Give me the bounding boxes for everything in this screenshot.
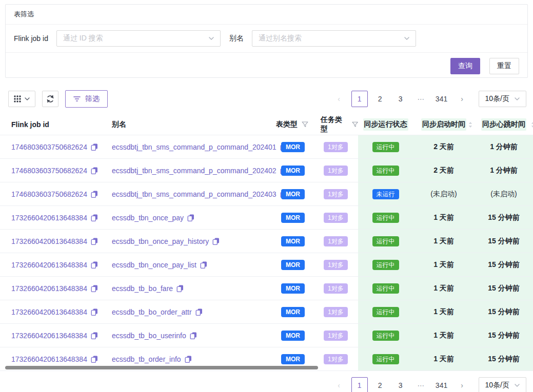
horizontal-scrollbar-thumb[interactable]	[5, 366, 318, 369]
next-page-button[interactable]: ›	[454, 377, 470, 392]
task-type-badge: 1对多	[324, 331, 348, 341]
column-header-alias: 别名	[112, 114, 276, 135]
page-ellipsis[interactable]: ⋯	[413, 377, 429, 392]
copy-icon[interactable]	[190, 332, 197, 339]
page-button-2[interactable]: 2	[372, 91, 388, 107]
job-id-link[interactable]: 1746803603750682624	[11, 143, 87, 151]
cell-table-type: MOR	[276, 230, 321, 253]
prev-page-button[interactable]: ‹	[331, 377, 347, 392]
cell-start-time: 1 天前	[413, 253, 475, 276]
column-label: 同步心跳时间	[481, 118, 526, 131]
task-type-badge: 1对多	[324, 236, 348, 246]
copy-icon[interactable]	[91, 238, 98, 245]
copy-icon[interactable]	[212, 238, 220, 245]
refresh-button[interactable]	[42, 91, 58, 107]
grid-view-button[interactable]	[8, 91, 35, 107]
alias-link[interactable]: ecssdb_tbn_once_pay_list	[112, 261, 196, 269]
copy-icon[interactable]	[91, 214, 98, 221]
prev-page-button[interactable]: ‹	[331, 91, 347, 107]
alias-select[interactable]: 通过别名搜索	[252, 30, 416, 47]
job-id-link[interactable]: 1732660420613648384	[11, 332, 87, 340]
cell-task-type: 1对多	[321, 230, 358, 253]
job-id-link[interactable]: 1732660420613648384	[11, 237, 87, 245]
cell-heartbeat-time: (未启动)	[475, 182, 533, 205]
page-button-3[interactable]: 3	[392, 91, 409, 107]
cell-status: 运行中	[358, 300, 413, 323]
copy-icon[interactable]	[185, 356, 192, 363]
page-button-1[interactable]: 1	[351, 91, 368, 107]
status-badge: 运行中	[372, 354, 399, 364]
cell-job-id: 1746803603750682624	[0, 159, 112, 182]
top-pagination: ‹123⋯341›10条/页	[331, 91, 526, 107]
filter-funnel-icon[interactable]	[302, 121, 308, 128]
status-badge: 未运行	[372, 189, 399, 199]
sort-icon[interactable]	[531, 122, 533, 128]
page-button-2[interactable]: 2	[372, 377, 388, 392]
copy-icon[interactable]	[91, 191, 98, 198]
alias-link[interactable]: ecssdbtj_tbn_sms_command_p_command_20240…	[112, 143, 277, 151]
cell-start-time: 1 天前	[413, 300, 475, 323]
table-type-badge: MOR	[281, 260, 305, 270]
alias-link[interactable]: ecssdb_tbn_once_pay	[112, 214, 184, 222]
copy-icon[interactable]	[91, 356, 98, 363]
cell-heartbeat-time: 1 分钟前	[475, 135, 533, 158]
bottom-bar: ‹123⋯341›10条/页	[0, 377, 526, 392]
sort-icon[interactable]	[468, 122, 472, 128]
page-ellipsis[interactable]: ⋯	[413, 91, 429, 107]
cell-job-id: 1732660420613648384	[0, 277, 112, 300]
alias-link[interactable]: ecssdbtj_tbn_sms_command_p_command_20240…	[112, 167, 277, 175]
filter-funnel-icon[interactable]	[352, 121, 358, 128]
status-badge: 运行中	[372, 213, 399, 223]
job-id-link[interactable]: 1746803603750682624	[11, 167, 87, 175]
filter-button[interactable]: 筛选	[65, 90, 108, 108]
cell-task-type: 1对多	[321, 300, 358, 323]
job-id-link[interactable]: 1732660420613648384	[11, 214, 87, 222]
copy-icon[interactable]	[91, 261, 98, 269]
copy-icon[interactable]	[187, 214, 194, 221]
copy-icon[interactable]	[91, 285, 98, 292]
copy-icon[interactable]	[91, 167, 98, 174]
column-header-status: 同步运行状态	[358, 114, 413, 135]
copy-icon[interactable]	[195, 308, 203, 316]
cell-start-time: 1 天前	[413, 277, 475, 300]
job-id-link[interactable]: 1732660420613648384	[11, 261, 87, 269]
alias-link[interactable]: ecssdb_tbn_once_pay_history	[112, 237, 209, 245]
cell-start-time: 1 天前	[413, 347, 475, 370]
copy-icon[interactable]	[91, 308, 98, 316]
alias-link[interactable]: ecssdb_tb_order_info	[112, 355, 181, 363]
reset-button[interactable]: 重置	[489, 58, 519, 74]
flink-job-id-select[interactable]: 通过 ID 搜索	[56, 30, 221, 47]
cell-alias: ecssdb_tb_bo_order_attr	[112, 300, 276, 323]
column-header-heartbeat[interactable]: 同步心跳时间	[475, 114, 533, 135]
job-id-link[interactable]: 1732660420613648384	[11, 355, 87, 363]
cell-table-type: MOR	[276, 135, 321, 158]
cell-heartbeat-time: 15 分钟前	[475, 347, 533, 370]
table-row: 1746803603750682624ecssdbtj_tbn_sms_comm…	[0, 182, 533, 206]
table-row: 1732660420613648384ecssdb_tbn_once_payMO…	[0, 206, 533, 230]
page-button-1[interactable]: 1	[351, 377, 368, 392]
copy-icon[interactable]	[91, 143, 98, 151]
page-button-3[interactable]: 3	[392, 377, 409, 392]
copy-icon[interactable]	[91, 332, 98, 339]
next-page-button[interactable]: ›	[454, 91, 470, 107]
cell-table-type: MOR	[276, 206, 321, 229]
page-size-select[interactable]: 10条/页	[479, 377, 526, 392]
page-button-341[interactable]: 341	[433, 377, 450, 392]
bottom-pagination: ‹123⋯341›10条/页	[331, 377, 526, 392]
query-button[interactable]: 查询	[450, 58, 480, 74]
status-badge: 运行中	[372, 283, 399, 294]
alias-link[interactable]: ecssdb_tb_bo_order_attr	[112, 308, 192, 316]
alias-link[interactable]: ecssdbtj_tbn_sms_command_p_command_20240…	[112, 190, 277, 198]
column-header-start-time[interactable]: 同步启动时间	[413, 114, 475, 135]
job-id-link[interactable]: 1746803603750682624	[11, 190, 87, 198]
job-id-link[interactable]: 1732660420613648384	[11, 308, 87, 316]
copy-icon[interactable]	[200, 261, 207, 269]
cell-table-type: MOR	[276, 182, 321, 205]
alias-link[interactable]: ecssdb_tb_bo_userinfo	[112, 332, 186, 340]
job-id-link[interactable]: 1732660420613648384	[11, 284, 87, 293]
cell-table-type: MOR	[276, 324, 321, 347]
page-size-select[interactable]: 10条/页	[479, 91, 526, 107]
page-button-341[interactable]: 341	[433, 91, 450, 107]
copy-icon[interactable]	[176, 285, 184, 292]
alias-link[interactable]: ecssdb_tb_bo_fare	[112, 284, 173, 293]
